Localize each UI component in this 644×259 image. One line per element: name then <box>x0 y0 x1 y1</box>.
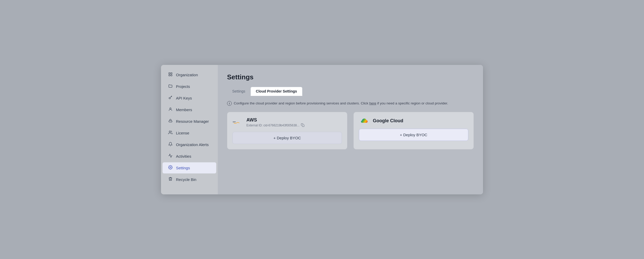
svg-point-4 <box>169 97 170 99</box>
sidebar-item-recycle-bin[interactable]: Recycle Bin <box>163 174 216 185</box>
svg-text:aws: aws <box>233 121 236 123</box>
sidebar-item-label: Organization <box>176 73 198 77</box>
svg-rect-0 <box>169 73 170 74</box>
aws-copy-icon[interactable] <box>301 123 304 128</box>
sidebar-item-settings[interactable]: Settings <box>163 162 216 173</box>
info-bar: i Configure the cloud provider and regio… <box>227 101 474 106</box>
sidebar-item-label: License <box>176 131 189 135</box>
gc-provider-header: Google Cloud <box>359 117 468 125</box>
sidebar-item-label: Activities <box>176 154 191 158</box>
sidebar-item-api-keys[interactable]: API Keys <box>163 93 216 104</box>
sidebar-item-label: Projects <box>176 84 190 89</box>
aws-provider-name: AWS <box>246 117 304 123</box>
aws-provider-header: aws AWS External ID: cid-6766219b43f0056… <box>232 117 342 128</box>
svg-point-6 <box>169 131 171 132</box>
provider-cards: aws AWS External ID: cid-6766219b43f0056… <box>227 112 474 149</box>
sidebar-item-label: API Keys <box>176 96 192 100</box>
svg-point-5 <box>170 108 171 109</box>
sidebar-item-members[interactable]: Members <box>163 104 216 115</box>
main-content: Settings Settings Cloud Provider Setting… <box>218 65 483 194</box>
resource-manager-icon <box>168 119 173 124</box>
gc-logo <box>359 117 370 125</box>
tabs-bar: Settings Cloud Provider Settings <box>227 87 474 96</box>
sidebar-item-projects[interactable]: Projects <box>163 81 216 92</box>
aws-deploy-byoc-button[interactable]: + Deploy BYOC <box>232 132 342 144</box>
sidebar-item-label: Resource Manager <box>176 119 209 124</box>
sidebar-item-activities[interactable]: Activities <box>163 151 216 162</box>
members-icon <box>168 107 173 112</box>
svg-rect-2 <box>169 74 170 76</box>
projects-icon <box>168 84 173 89</box>
alerts-icon <box>168 142 173 147</box>
svg-point-7 <box>170 167 171 168</box>
info-icon: i <box>227 101 232 106</box>
settings-icon <box>168 165 173 171</box>
gc-provider-name: Google Cloud <box>373 118 403 124</box>
recycle-bin-icon <box>168 177 173 182</box>
tab-cloud-provider-settings[interactable]: Cloud Provider Settings <box>251 87 302 96</box>
license-icon <box>168 130 173 136</box>
aws-logo: aws <box>232 119 243 126</box>
sidebar-item-license[interactable]: License <box>163 127 216 139</box>
sidebar-item-organization-alerts[interactable]: Organization Alerts <box>163 139 216 150</box>
page-title: Settings <box>227 73 474 81</box>
main-window: Organization Projects API Keys Members R… <box>161 65 483 194</box>
svg-rect-9 <box>302 125 304 127</box>
sidebar-item-label: Recycle Bin <box>176 177 196 182</box>
sidebar-item-label: Organization Alerts <box>176 142 209 147</box>
aws-external-id: External ID: cid-6766219b43f005638... <box>246 123 304 128</box>
sidebar: Organization Projects API Keys Members R… <box>161 65 218 194</box>
google-cloud-card: Google Cloud + Deploy BYOC <box>353 112 474 149</box>
info-link[interactable]: here <box>369 101 376 105</box>
sidebar-item-resource-manager[interactable]: Resource Manager <box>163 116 216 127</box>
gc-provider-info: Google Cloud <box>373 118 403 124</box>
gc-deploy-byoc-button[interactable]: + Deploy BYOC <box>359 129 468 141</box>
sidebar-item-label: Members <box>176 108 192 112</box>
svg-rect-3 <box>171 74 172 76</box>
sidebar-item-organization[interactable]: Organization <box>163 69 216 80</box>
sidebar-item-label: Settings <box>176 166 190 170</box>
activities-icon <box>168 154 173 159</box>
organization-icon <box>168 72 173 78</box>
svg-rect-1 <box>171 73 172 74</box>
api-keys-icon <box>168 95 173 101</box>
aws-provider-info: AWS External ID: cid-6766219b43f005638..… <box>246 117 304 128</box>
aws-card: aws AWS External ID: cid-6766219b43f0056… <box>227 112 347 149</box>
info-text: Configure the cloud provider and region … <box>234 101 448 105</box>
tab-settings[interactable]: Settings <box>227 87 251 96</box>
